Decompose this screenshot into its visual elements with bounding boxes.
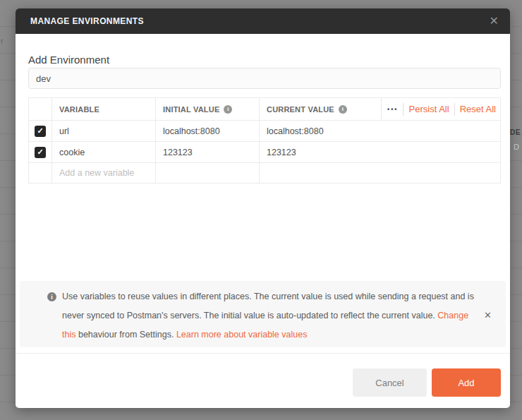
header-checkbox-cell [29, 98, 52, 120]
checkbox-checked[interactable]: ✓ [35, 126, 46, 137]
banner-close-icon[interactable]: ✕ [484, 310, 492, 320]
separator [403, 103, 403, 116]
add-new-variable-placeholder: Add a new variable [59, 168, 134, 178]
cancel-button[interactable]: Cancel [353, 368, 427, 397]
variables-info-banner: i Use variables to reuse values in diffe… [20, 281, 506, 347]
add-new-variable-cell[interactable]: Add a new variable [52, 163, 156, 183]
variable-name: cookie [59, 148, 85, 157]
info-icon: i [47, 292, 56, 301]
dimmed-background-left [0, 0, 17, 420]
column-header-current-value: CURRENT VALUE i [260, 98, 382, 120]
variable-name-cell[interactable]: cookie [52, 142, 156, 162]
more-options-icon[interactable]: ••• [387, 106, 398, 113]
new-initial-value-cell[interactable] [156, 163, 260, 183]
modal-header: MANAGE ENVIRONMENTS ✕ [16, 8, 510, 34]
new-variable-row: Add a new variable [29, 163, 500, 183]
variables-table: VARIABLE INITIAL VALUE i CURRENT VALUE i… [28, 97, 501, 184]
current-value: 123123 [267, 148, 296, 157]
check-icon: ✓ [37, 126, 43, 136]
table-header-actions: ••• Persist All Reset All [382, 98, 500, 120]
table-row: ✓ url localhost:8080 localhost:8080 [29, 121, 500, 142]
reset-all-button[interactable]: Reset All [460, 104, 496, 114]
check-icon: ✓ [37, 148, 43, 157]
current-value: localhost:8080 [267, 126, 324, 136]
footer-divider [16, 353, 510, 354]
variable-name-cell[interactable]: url [52, 121, 156, 141]
banner-text-segment: behaviour from Settings. [75, 330, 176, 340]
modal-title: MANAGE ENVIRONMENTS [30, 16, 144, 26]
postman-app-dimmed: { "background": { "fragment_right_top": … [0, 0, 522, 420]
row-checkbox-cell: ✓ [29, 121, 52, 141]
column-header-variable: VARIABLE [52, 98, 156, 120]
initial-value-cell[interactable]: 123123 [156, 142, 260, 162]
separator [454, 103, 455, 116]
persist-all-button[interactable]: Persist All [409, 104, 449, 114]
column-header-label: INITIAL VALUE [163, 105, 219, 114]
column-header-label: CURRENT VALUE [267, 105, 334, 114]
manage-environments-modal: MANAGE ENVIRONMENTS ✕ Add Environment VA… [16, 8, 510, 408]
modal-close-icon[interactable]: ✕ [490, 16, 499, 27]
info-icon[interactable]: i [339, 105, 347, 114]
current-value-cell[interactable]: 123123 [260, 142, 500, 162]
table-row: ✓ cookie 123123 123123 [29, 142, 500, 163]
checkbox-checked[interactable]: ✓ [35, 147, 46, 158]
background-text-fragment: D [514, 143, 519, 151]
initial-value: 123123 [163, 148, 193, 157]
banner-text: Use variables to reuse values in differe… [62, 287, 477, 344]
dimmed-background-right [510, 0, 522, 420]
initial-value: localhost:8080 [163, 126, 220, 136]
initial-value-cell[interactable]: localhost:8080 [156, 121, 260, 141]
table-header-row: VARIABLE INITIAL VALUE i CURRENT VALUE i… [29, 98, 500, 121]
current-value-cell[interactable]: localhost:8080 [260, 121, 500, 141]
variable-name: url [59, 126, 69, 136]
banner-text-segment: Use variables to reuse values in differe… [62, 292, 474, 320]
background-text-fragment: r [1, 37, 4, 45]
column-header-initial-value: INITIAL VALUE i [156, 98, 260, 120]
learn-more-link[interactable]: Learn more about variable values [176, 330, 308, 340]
section-title: Add Environment [28, 54, 109, 66]
info-icon[interactable]: i [224, 105, 232, 114]
column-header-label: VARIABLE [59, 105, 99, 114]
row-checkbox-cell [29, 163, 52, 183]
environment-name-input[interactable] [28, 68, 501, 89]
row-checkbox-cell: ✓ [29, 142, 52, 162]
new-current-value-cell[interactable] [260, 163, 500, 183]
background-text-fragment: DE [510, 128, 521, 136]
add-button[interactable]: Add [432, 368, 501, 397]
